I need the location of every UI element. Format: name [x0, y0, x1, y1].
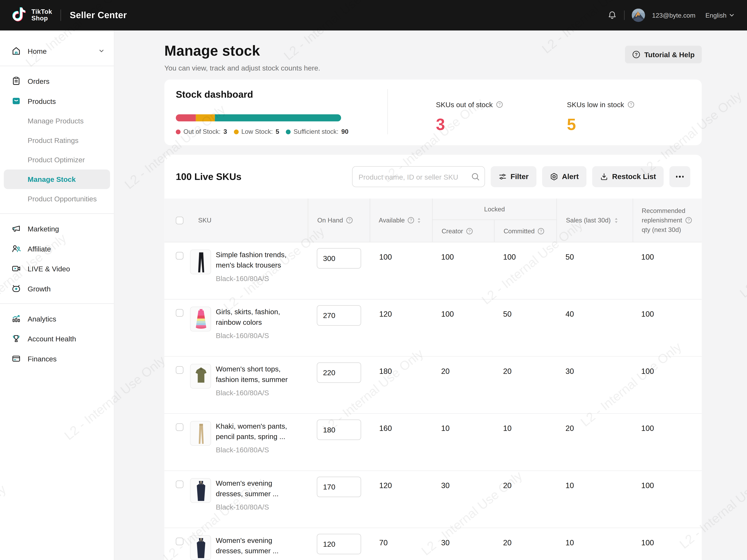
notifications-bell-icon[interactable] [607, 10, 617, 20]
metric-skus-out-of-stock: SKUs out of stock ? 3 [388, 89, 519, 134]
table-row: Girls, skirts, fashion, rainbow colors B… [164, 299, 702, 357]
legend-dot-red [176, 129, 181, 134]
product-name[interactable]: Women's short tops, fashion items, summe… [216, 364, 300, 384]
home-icon [11, 46, 21, 56]
language-selector[interactable]: English [705, 12, 735, 19]
product-image-navy-dress[interactable] [190, 478, 211, 503]
committed-locked-value: 20 [494, 357, 557, 414]
sort-icon[interactable] [416, 217, 421, 224]
tiktok-note-icon [12, 7, 27, 24]
sidebar-item-product-optimizer[interactable]: Product Optimizer [0, 150, 114, 169]
row-checkbox[interactable] [176, 366, 183, 374]
sidebar-item-product-opportunities[interactable]: Product Opportunities [0, 189, 114, 209]
sidebar-item-manage-products[interactable]: Manage Products [0, 111, 114, 131]
sidebar-item-growth[interactable]: Growth [0, 278, 114, 299]
avatar[interactable] [632, 9, 645, 22]
filter-button[interactable]: Filter [491, 166, 536, 187]
on-hand-input[interactable] [317, 363, 361, 383]
product-image-rainbow-dress[interactable] [190, 306, 211, 331]
legend-sufficient-stock: Sufficient stock: 90 [286, 128, 349, 135]
language-label: English [705, 12, 727, 19]
product-image-khaki-pants[interactable] [190, 421, 211, 446]
on-hand-input[interactable] [317, 534, 361, 554]
stock-legend: Out of Stock: 3 Low Stock: 5 Sufficient … [176, 128, 387, 135]
search-icon[interactable] [470, 172, 480, 182]
account-email[interactable]: 123@byte.com [652, 12, 695, 19]
sidebar-item-finances[interactable]: Finances [0, 349, 114, 369]
product-image-navy-dress[interactable] [190, 535, 211, 560]
sidebar-item-label: Product Ratings [28, 136, 78, 144]
on-hand-input[interactable] [317, 477, 361, 497]
product-variant: Black-160/80A/S [216, 331, 300, 340]
sidebar-item-products[interactable]: Products [0, 91, 114, 111]
sort-icon[interactable] [614, 217, 618, 224]
sidebar-item-live-video[interactable]: LIVE & Video [0, 259, 114, 278]
stock-dashboard-title: Stock dashboard [176, 89, 387, 100]
help-icon[interactable]: ? [346, 217, 353, 224]
help-icon[interactable]: ? [685, 217, 692, 224]
product-name[interactable]: Women's evening dresses, summer ... [216, 535, 300, 556]
committed-locked-value: 100 [494, 242, 557, 299]
tutorial-help-label: Tutorial & Help [644, 51, 695, 59]
sidebar-item-analytics[interactable]: Analytics [0, 309, 114, 328]
sidebar-item-orders[interactable]: Orders [0, 71, 114, 91]
sales-value: 10 [557, 528, 633, 560]
product-image-black-trousers[interactable] [190, 249, 211, 274]
committed-locked-value: 10 [494, 414, 557, 471]
product-name[interactable]: Girls, skirts, fashion, rainbow colors [216, 306, 300, 327]
sidebar-item-product-ratings[interactable]: Product Ratings [0, 131, 114, 150]
product-variant: Black-160/80A/S [216, 389, 300, 397]
help-icon[interactable]: ? [537, 228, 544, 235]
product-name[interactable]: Women's evening dresses, summer ... [216, 478, 300, 499]
sidebar-item-affiliate[interactable]: Affiliate [0, 239, 114, 259]
more-options-button[interactable] [669, 166, 690, 187]
recommended-qty-value: 100 [633, 242, 702, 299]
column-creator: Creator [442, 228, 463, 235]
help-icon[interactable]: ? [466, 228, 473, 235]
legend-label: Sufficient stock: [293, 128, 338, 135]
row-checkbox[interactable] [176, 480, 183, 488]
column-on-hand: On Hand [317, 217, 343, 224]
product-name[interactable]: Simple fashion trends, men's black trous… [216, 249, 300, 270]
on-hand-input[interactable] [317, 420, 361, 440]
sidebar-item-marketing[interactable]: Marketing [0, 219, 114, 239]
sidebar-item-label: Finances [28, 354, 57, 363]
sidebar: Home Orders Products Manage Products Pro… [0, 30, 114, 560]
sidebar-item-home[interactable]: Home [0, 41, 114, 61]
metric-value: 5 [567, 115, 650, 134]
product-image-olive-top[interactable] [190, 364, 211, 389]
affiliate-icon [11, 244, 21, 254]
on-hand-input[interactable] [317, 305, 361, 326]
row-checkbox[interactable] [176, 538, 183, 545]
sidebar-item-account-health[interactable]: Account Health [0, 328, 114, 349]
more-icon [676, 176, 677, 177]
recommended-qty-value: 100 [633, 357, 702, 414]
stock-dashboard-card: Stock dashboard Out of Stock: 3 Low Stoc… [164, 80, 702, 145]
help-icon[interactable]: ? [407, 217, 414, 224]
metric-skus-low-in-stock: SKUs low in stock ? 5 [519, 89, 650, 134]
sidebar-item-label: Product Opportunities [28, 195, 97, 203]
tutorial-help-button[interactable]: ? Tutorial & Help [625, 46, 702, 63]
help-icon[interactable]: ? [496, 101, 503, 108]
help-circle-icon: ? [633, 51, 641, 59]
row-checkbox[interactable] [176, 252, 183, 260]
product-name[interactable]: Khaki, women's pants, pencil pants, spri… [216, 421, 300, 442]
page-title: Manage stock [164, 43, 320, 59]
select-all-checkbox[interactable] [176, 216, 183, 224]
row-checkbox[interactable] [176, 309, 183, 317]
on-hand-input[interactable] [317, 248, 361, 268]
sidebar-item-manage-stock[interactable]: Manage Stock [4, 169, 110, 189]
search-input[interactable] [352, 166, 485, 187]
sidebar-item-label: Marketing [28, 224, 59, 233]
help-icon[interactable]: ? [627, 101, 635, 108]
alert-button[interactable]: Alert [542, 166, 586, 187]
tiktok-shop-logo[interactable]: TikTok Shop [12, 7, 52, 24]
alert-icon [549, 172, 558, 181]
row-checkbox[interactable] [176, 423, 183, 431]
sidebar-item-label: Affiliate [28, 245, 51, 253]
sidebar-divider [0, 66, 114, 66]
sidebar-divider [0, 213, 114, 214]
restock-list-button[interactable]: Restock List [592, 166, 664, 187]
main-content: Manage stock You can view, track and adj… [114, 30, 747, 560]
metric-label: SKUs out of stock [436, 100, 493, 109]
